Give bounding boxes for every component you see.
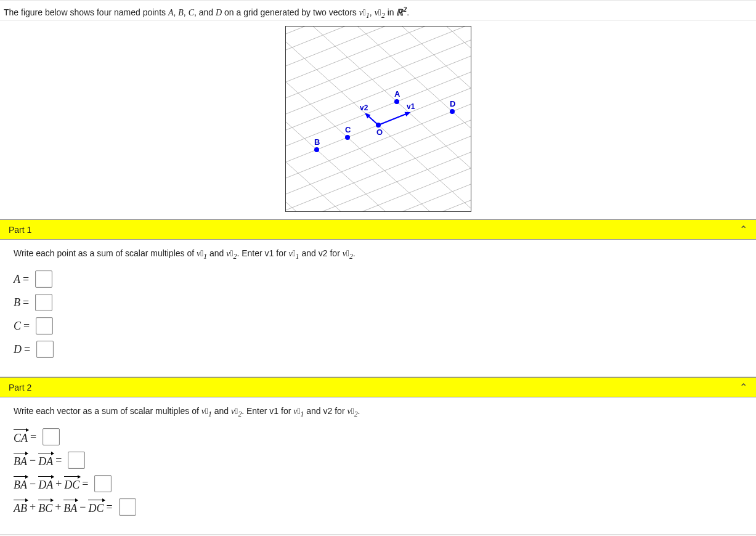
svg-text:B: B [314,137,320,147]
var-A: A [168,8,174,17]
var-D: D [216,8,222,17]
var-R2: ℝ2 [396,8,407,17]
plus-1: + [55,477,62,490]
var-C: C [189,8,194,17]
part1-title: Part 1 [9,225,31,235]
equals-C: = [23,320,30,333]
equals-B: = [23,296,29,309]
svg-point-48 [314,147,319,152]
input-C[interactable] [36,317,53,335]
svg-text:C: C [345,125,351,134]
row-AB-BC-BA-DC: AB + BC + BA − DC = [14,498,747,516]
svg-line-40 [285,26,471,137]
svg-line-35 [471,26,471,150]
collapse-icon[interactable]: ⌃ [739,381,747,393]
input-B[interactable] [35,294,52,311]
equals-CA: = [30,431,36,444]
intro-in: in [385,7,397,17]
vec-DC: DC [64,476,79,492]
p2-t2: and [212,406,231,416]
input-BA-DA[interactable] [68,452,85,469]
part1-body: Write each point as a sum of scalar mult… [0,240,756,377]
svg-point-50 [450,109,455,114]
vec-CA: CA [14,429,28,445]
svg-line-34 [285,26,471,171]
equals-A: = [23,273,29,286]
p1-t1: Write each point as a sum of scalar mult… [14,248,197,258]
p1-t3: . Enter v1 for [237,248,288,258]
input-BA-DA-DC[interactable] [94,475,112,492]
label-D: D [14,343,22,356]
row-BA-DA-DC: BA − DA + DC = [14,475,747,492]
intro-text-1: The figure below shows four named points [4,7,168,17]
p1-t4: and v2 for [299,248,343,258]
svg-text:D: D [450,99,455,108]
vec-BC: BC [38,500,52,515]
vec-BA3: BA [63,500,77,515]
intro-period: . [407,7,409,17]
p2-t5: . [358,406,360,416]
p1-v1: v⃗1 [197,249,207,258]
vec-BA2: BA [14,476,27,492]
minus-3: − [79,501,86,514]
svg-marker-43 [405,113,409,115]
p1-v1b: v⃗1 [288,249,299,258]
svg-point-46 [376,123,381,128]
part2-prompt: Write each vector as a sum of scalar mul… [14,406,747,418]
svg-text:v1: v1 [407,102,415,111]
var-B: B [178,8,184,17]
p1-v2b: v⃗2 [343,249,353,258]
svg-text:A: A [394,89,400,99]
svg-text:O: O [376,128,383,137]
row-D: D= [14,341,747,358]
intro-comma4: , [370,7,375,17]
p2-v2b: v⃗2 [347,407,357,416]
svg-point-49 [345,135,350,140]
plus-2: + [30,501,36,514]
p2-t3: . Enter v1 for [242,406,293,416]
part1-prompt: Write each point as a sum of scalar mult… [14,248,747,261]
p2-t1: Write each vector as a sum of scalar mul… [14,406,201,416]
intro-comma3: , and [194,7,216,17]
vec-AB: AB [14,500,27,515]
figure-container: v1v2OABCD [0,21,756,219]
intro-text-2: on a grid generated by two vectors [222,7,359,17]
part1-header[interactable]: Part 1 ⌃ [0,219,756,240]
part2-title: Part 2 [9,383,31,392]
equals-4: = [107,501,113,514]
label-A: A [14,273,20,286]
input-A[interactable] [35,270,52,288]
vec-DC2: DC [88,500,104,515]
var-v2: v⃗2 [375,8,385,17]
p2-v1b: v⃗1 [293,407,304,416]
equals-3: = [82,477,88,490]
label-B: B [14,296,20,309]
label-C: C [14,320,21,333]
problem-intro: The figure below shows four named points… [0,0,756,21]
equals-D: = [24,343,30,356]
svg-line-42 [378,113,409,125]
equals-2: = [55,454,62,467]
minus-1: − [30,454,36,467]
p2-v1: v⃗1 [201,407,212,416]
var-v1: v⃗1 [359,8,370,17]
p2-t4: and v2 for [304,406,347,416]
input-D[interactable] [36,341,54,358]
collapse-icon[interactable]: ⌃ [739,224,747,235]
svg-line-9 [285,88,317,212]
row-BA-DA: BA − DA = [14,452,747,469]
svg-text:v2: v2 [360,104,368,112]
p1-t5: . [353,248,356,258]
svg-line-8 [285,68,471,212]
input-CA[interactable] [43,428,60,445]
row-A: A= [14,270,747,288]
svg-line-17 [285,39,440,212]
svg-point-47 [394,99,399,104]
row-B: B= [14,294,747,311]
part2-header[interactable]: Part 2 ⌃ [0,377,756,397]
vec-BA: BA [14,453,27,468]
vec-DA: DA [38,453,53,468]
p1-v2: v⃗2 [226,249,237,258]
input-AB-BC-BA-DC[interactable] [119,498,136,516]
row-CA: CA = [14,428,747,445]
